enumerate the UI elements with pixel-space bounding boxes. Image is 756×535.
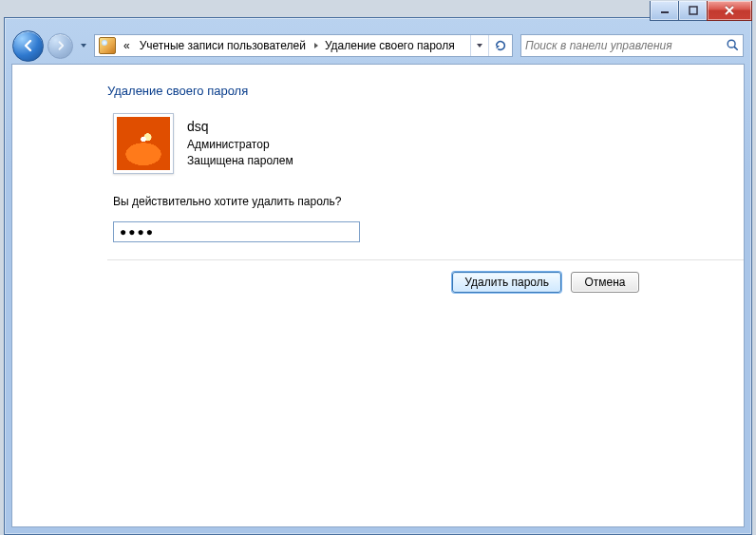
back-button[interactable] <box>12 30 44 62</box>
forward-button[interactable] <box>47 33 73 59</box>
avatar-image <box>117 117 170 170</box>
user-name: dsq <box>187 117 293 136</box>
user-protection-status: Защищена паролем <box>187 153 293 169</box>
address-history-dropdown[interactable] <box>470 35 488 56</box>
close-button[interactable] <box>707 1 752 21</box>
breadcrumb-item[interactable]: Учетные записи пользователей <box>136 39 312 52</box>
password-field[interactable] <box>113 221 360 242</box>
confirmation-question: Вы действительно хотите удалить пароль? <box>113 195 744 208</box>
delete-password-button[interactable]: Удалить пароль <box>452 272 561 293</box>
search-placeholder: Поиск в панели управления <box>525 39 726 52</box>
user-role: Администратор <box>187 137 293 153</box>
svg-rect-1 <box>690 7 697 14</box>
content-panel: Удаление своего пароля dsq Администратор… <box>11 64 745 527</box>
breadcrumb-prefix: « <box>120 39 136 52</box>
user-account-row: dsq Администратор Защищена паролем <box>113 113 744 174</box>
search-icon[interactable] <box>726 38 739 54</box>
navigation-bar: « Учетные записи пользователей Удаление … <box>5 29 751 62</box>
recent-pages-dropdown[interactable] <box>77 36 90 55</box>
svg-point-2 <box>728 40 735 48</box>
action-buttons: Удалить пароль Отмена <box>107 259 744 293</box>
svg-rect-0 <box>661 11 669 13</box>
chevron-right-icon[interactable] <box>312 42 321 49</box>
search-input[interactable]: Поиск в панели управления <box>520 34 744 57</box>
control-panel-icon <box>99 37 116 54</box>
window-controls <box>651 1 752 20</box>
window-frame: « Учетные записи пользователей Удаление … <box>4 17 752 535</box>
address-bar[interactable]: « Учетные записи пользователей Удаление … <box>94 34 513 57</box>
minimize-button[interactable] <box>650 1 679 21</box>
avatar <box>113 113 174 174</box>
refresh-button[interactable] <box>488 35 512 56</box>
maximize-button[interactable] <box>678 1 708 21</box>
cancel-button[interactable]: Отмена <box>571 272 639 293</box>
breadcrumb-item[interactable]: Удаление своего пароля <box>321 39 461 52</box>
user-info: dsq Администратор Защищена паролем <box>187 117 293 169</box>
page-title: Удаление своего пароля <box>107 84 744 98</box>
